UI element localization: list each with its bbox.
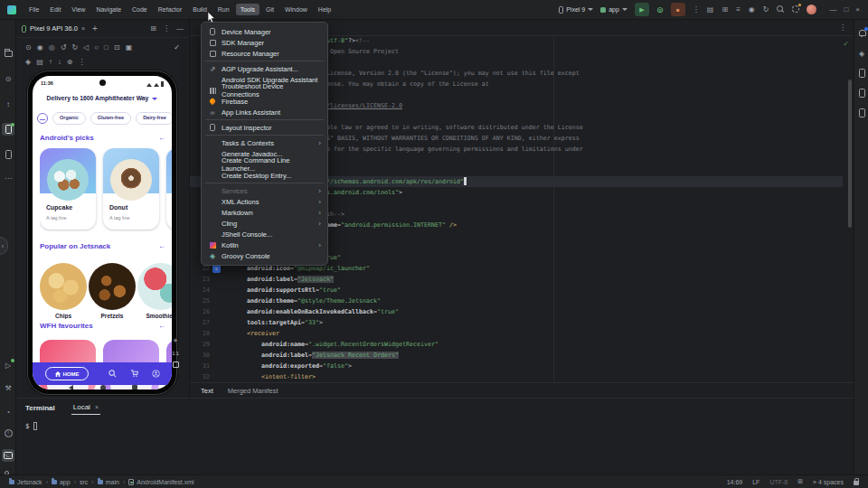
menu-item-sdk-manager[interactable]: SDK Manager	[202, 37, 327, 48]
home-tab[interactable]: HOME	[45, 367, 89, 380]
terminal-panel[interactable]: Terminal Local × $	[16, 398, 868, 474]
build-analyzer-icon[interactable]: ◉	[749, 5, 755, 14]
code-line[interactable]: 31 android:exported="false">	[190, 361, 843, 371]
close-icon[interactable]: ×	[95, 404, 99, 410]
more-options-button[interactable]: ⋮	[78, 58, 85, 66]
tool-running-devices-button[interactable]	[2, 123, 14, 136]
menu-run[interactable]: Run	[213, 4, 234, 15]
screenshot-button[interactable]: ⊡	[114, 43, 120, 52]
line-number[interactable]: 26	[190, 306, 210, 317]
menu-item-tasks-contexts[interactable]: Tasks & Contexts›	[202, 137, 327, 148]
menu-git[interactable]: Git	[261, 4, 278, 15]
code-line[interactable]: 25 android:theme="@style/Theme.Jetsnack"	[190, 296, 843, 306]
line-number[interactable]: 28	[190, 328, 210, 339]
line-number[interactable]: 31	[190, 361, 210, 371]
hide-panel-icon[interactable]: —	[176, 24, 184, 33]
record-screen-button[interactable]: ▣	[126, 43, 133, 52]
search-tab-icon[interactable]	[108, 370, 117, 378]
tool-profiler-button[interactable]: ◔	[2, 406, 14, 418]
editor-options-icon[interactable]: ⋮	[839, 23, 846, 32]
menu-item-groovy-console[interactable]: ◈Groovy Console	[202, 250, 327, 261]
cart-tab-icon[interactable]	[130, 370, 138, 378]
snack-card-donut[interactable]: DonutA tag line	[103, 148, 159, 230]
breadcrumb-src[interactable]: src	[80, 479, 88, 485]
run-config-selector[interactable]: app	[600, 6, 627, 13]
snack-card-cupcake[interactable]: CupcakeA tag line	[40, 148, 96, 230]
indent-widget[interactable]: » 4 spaces	[813, 479, 844, 485]
code-line[interactable]: 29 android:name=".widget.RecentOrdersWid…	[190, 339, 843, 350]
code-with-me-icon[interactable]: ⊞	[722, 5, 728, 14]
menu-item-device-manager[interactable]: Device Manager	[202, 26, 327, 37]
line-number[interactable]: 30	[190, 350, 210, 361]
menu-item-kotlin[interactable]: Kotlin›	[202, 239, 327, 250]
caret-position-widget[interactable]: 14:69	[727, 479, 743, 485]
pull-file-button[interactable]: ↓	[58, 58, 61, 66]
tool-commit-button[interactable]: ⊙	[2, 72, 14, 85]
menu-item-cling[interactable]: Cling›	[202, 218, 327, 229]
menu-item-agp-upgrade-assistant[interactable]: ⇗AGP Upgrade Assistant...	[202, 63, 327, 74]
menu-refactor[interactable]: Refactor	[154, 4, 186, 15]
encoding-widget[interactable]: UTF-8	[769, 479, 788, 485]
home-button[interactable]	[100, 385, 106, 390]
line-number[interactable]: 25	[190, 296, 210, 306]
line-number[interactable]: 27	[190, 317, 210, 328]
arrow-left-icon[interactable]: ←	[158, 134, 165, 142]
menu-help[interactable]: Help	[314, 4, 335, 15]
tool-more-tool-windows-button[interactable]: ⋯	[2, 172, 14, 184]
menu-edit[interactable]: Edit	[45, 4, 65, 15]
search-everywhere-icon[interactable]	[777, 5, 784, 14]
zoom-in-button[interactable]: +	[173, 336, 177, 345]
device-selector[interactable]: Pixel 9	[559, 6, 593, 14]
todo-list-icon[interactable]: ≡	[736, 5, 741, 14]
menu-tools[interactable]: Tools	[236, 4, 259, 15]
menu-code[interactable]: Code	[127, 4, 152, 15]
zoom-fit-icon[interactable]	[173, 361, 179, 368]
breadcrumb-jetsnack[interactable]: Jetsnack	[9, 479, 42, 485]
tool-device-manager-2-button[interactable]	[855, 107, 868, 119]
volume-down-button[interactable]: ◎	[49, 43, 55, 52]
popular-item-pretzels[interactable]: Pretzels	[88, 263, 137, 319]
breadcrumb-app[interactable]: app	[52, 479, 71, 485]
menu-view[interactable]: View	[67, 4, 90, 15]
code-line[interactable]: 30 android:label="Jetsnack Recent Orders…	[190, 350, 843, 361]
menu-item-app-links-assistant[interactable]: ∞App Links Assistant	[202, 107, 327, 117]
menu-item-create-command-line-launcher[interactable]: Create Command Line Launcher...	[202, 159, 327, 170]
snapshot-button[interactable]: ◈	[25, 58, 31, 66]
back-button[interactable]: ◁	[83, 43, 89, 52]
code-line[interactable]: 23 android:label="Jetsnack"	[190, 274, 843, 285]
inspections-ok-icon[interactable]: ✓	[843, 40, 849, 48]
menu-item-xml-actions[interactable]: XML Actions›	[202, 196, 327, 207]
device-screen[interactable]: 11:36 Delivery to 1600 Amphitheater Way …	[33, 76, 172, 389]
menu-item-jshell-console[interactable]: JShell Console...	[202, 229, 327, 239]
line-number[interactable]: 32	[190, 371, 210, 382]
tool-terminal-button[interactable]: ›_	[2, 449, 14, 462]
snack-card[interactable]	[166, 148, 172, 230]
lock-icon[interactable]	[854, 481, 859, 485]
filter-chip-organic[interactable]: Organic	[52, 112, 86, 125]
editor-scrollbar[interactable]	[848, 80, 852, 228]
rotate-right-button[interactable]: ↻	[71, 43, 78, 52]
terminal-prompt[interactable]: $	[25, 422, 37, 430]
code-line[interactable]: 27 tools:targetApi="33">	[190, 317, 843, 328]
tool-gemini-button[interactable]: ◈	[855, 47, 868, 60]
menu-window[interactable]: Window	[280, 4, 312, 15]
breadcrumb-main[interactable]: main	[98, 479, 119, 485]
annotations-icon[interactable]: ⊞	[797, 478, 803, 485]
device-profiler-icon[interactable]: ▤	[707, 5, 714, 14]
recents-button[interactable]	[132, 385, 137, 390]
arrow-left-icon[interactable]: ←	[158, 242, 165, 250]
avatar[interactable]	[807, 5, 816, 14]
tool-services-button[interactable]: ▷	[2, 359, 14, 371]
menu-item-layout-inspector[interactable]: Layout Inspector	[202, 122, 327, 133]
sync-project-icon[interactable]: ↻	[763, 5, 769, 14]
device-tab[interactable]: Pixel 9 API 36.0 ×	[22, 24, 85, 33]
tool-notifications-button[interactable]	[855, 27, 868, 40]
restart-button[interactable]: ⊕	[67, 58, 73, 66]
line-number[interactable]: 24	[190, 285, 210, 296]
power-button[interactable]: ⊙	[25, 43, 32, 52]
open-in-window-icon[interactable]: ⊞	[150, 24, 156, 33]
menu-file[interactable]: File	[24, 4, 43, 15]
menu-navigate[interactable]: Navigate	[91, 4, 126, 15]
tab-text[interactable]: Text	[201, 387, 213, 395]
tab-merged-manifest[interactable]: Merged Manifest	[228, 387, 278, 395]
